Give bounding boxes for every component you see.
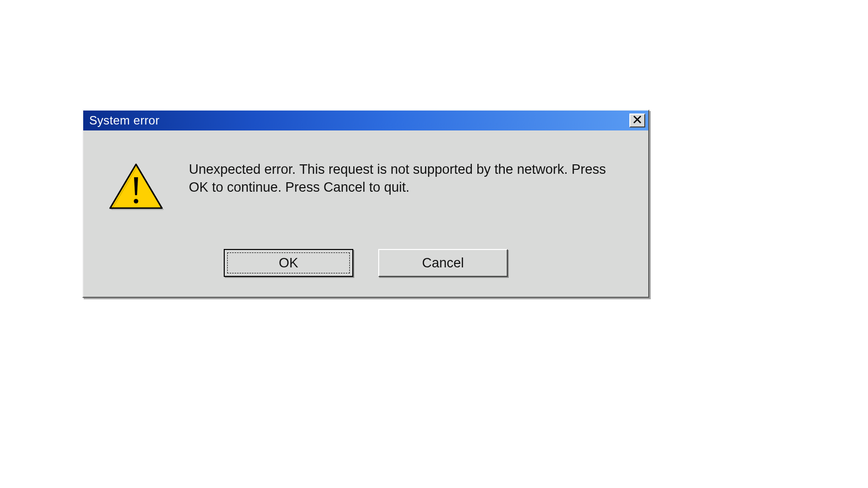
button-row: OK Cancel — [83, 249, 648, 277]
close-icon — [633, 116, 641, 125]
warning-icon — [108, 160, 164, 214]
ok-button[interactable]: OK — [224, 249, 353, 277]
dialog-title: System error — [89, 114, 159, 127]
dialog-content: Unexpected error. This request is not su… — [83, 130, 648, 214]
svg-point-2 — [134, 199, 139, 204]
error-message: Unexpected error. This request is not su… — [189, 160, 628, 197]
error-dialog: System error Unexpected error. This requ… — [82, 110, 649, 298]
close-button[interactable] — [629, 114, 645, 127]
titlebar[interactable]: System error — [83, 111, 648, 130]
cancel-button[interactable]: Cancel — [378, 249, 508, 277]
